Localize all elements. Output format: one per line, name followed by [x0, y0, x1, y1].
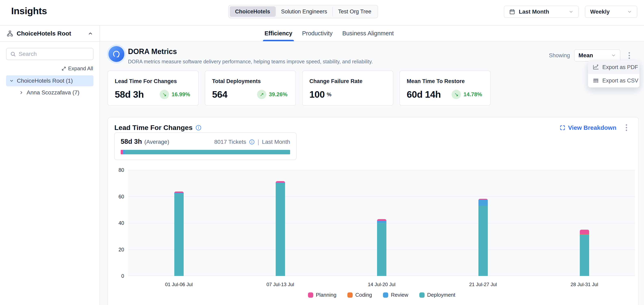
granularity-dropdown[interactable]: Weekly [585, 6, 637, 18]
bar-01-jul-06-jul[interactable] [174, 192, 184, 276]
org-tab-solution-engineers[interactable]: Solution Engineers [276, 6, 332, 17]
expand-all-label: Expand All [68, 65, 93, 72]
table-icon [592, 77, 599, 84]
legend-label: Review [391, 292, 408, 298]
metric-card-value: 60d 14h [407, 89, 441, 100]
sidebar-header[interactable]: ChoiceHotels Root [0, 25, 100, 42]
bar-segment-review [377, 221, 386, 223]
x-axis-tick-label: 01 Jul-06 Jul [146, 282, 212, 287]
trend-down-arrow-icon: ↘ [452, 90, 461, 99]
legend-swatch [308, 293, 313, 298]
summary-period: Last Month [262, 139, 290, 145]
org-hierarchy-icon [6, 30, 14, 37]
info-icon[interactable] [249, 139, 255, 145]
page-title: Insights [11, 5, 47, 16]
info-icon[interactable] [196, 125, 202, 131]
menu-item-export-as-csv[interactable]: Export as CSV [588, 74, 639, 87]
scan-expand-icon [560, 125, 566, 131]
metric-card-title: Mean Time To Restore [407, 78, 483, 84]
aggregation-value: Mean [578, 52, 593, 59]
legend-swatch [419, 293, 424, 298]
metric-card-title: Total Deployments [212, 78, 289, 84]
trend-down-arrow-icon: ↘ [160, 90, 169, 99]
org-tab-test-org-tree[interactable]: Test Org Tree [332, 6, 377, 17]
tree-node-choicehotels-root-1-[interactable]: ChoiceHotels Root (1) [6, 75, 94, 86]
bar-segment-review [478, 200, 488, 206]
legend-item-deployment[interactable]: Deployment [419, 292, 456, 298]
legend-label: Deployment [427, 292, 456, 298]
top-bar: Insights ChoiceHotelsSolution EngineersT… [0, 0, 644, 25]
granularity-value: Weekly [590, 8, 610, 15]
trend-percentage: 39.26% [269, 91, 288, 98]
menu-item-label: Export as PDF [602, 64, 638, 70]
trend-badge: ↘16.99% [160, 90, 191, 99]
y-axis-tick-label: 80 [108, 167, 124, 173]
chevron-down-icon [569, 9, 574, 14]
y-axis-tick-label: 40 [108, 220, 124, 226]
dora-kebab-menu-button[interactable] [627, 50, 632, 60]
bar-segment-deployment [276, 183, 285, 276]
chevron-up-icon[interactable] [88, 31, 93, 36]
bar-07-jul-13-jul[interactable] [276, 181, 285, 276]
search-input[interactable] [19, 51, 90, 57]
tree-node-anna-scozzafava-7-[interactable]: Anna Scozzafava (7) [6, 87, 94, 98]
legend-label: Coding [355, 292, 372, 298]
bar-28-jul-31-jul[interactable] [580, 230, 589, 276]
view-tabs: EfficiencyProductivityBusiness Alignment [100, 25, 644, 41]
chevron-down-icon[interactable] [9, 79, 14, 83]
average-qualifier: (Average) [144, 139, 169, 145]
sidebar-title: ChoiceHotels Root [17, 30, 84, 37]
legend-item-coding[interactable]: Coding [348, 292, 372, 298]
metric-card-title: Change Failure Rate [310, 78, 386, 84]
legend-item-review[interactable]: Review [383, 292, 408, 298]
tree-node-label: ChoiceHotels Root (1) [17, 78, 73, 84]
trend-percentage: 16.99% [172, 91, 190, 98]
bar-14-jul-20-jul[interactable] [377, 219, 386, 276]
bar-segment-planning [377, 219, 386, 221]
tab-business-alignment[interactable]: Business Alignment [342, 25, 394, 41]
dora-title: DORA Metrics [128, 47, 373, 56]
trend-up-arrow-icon: ↗ [257, 90, 266, 99]
legend-swatch [383, 293, 388, 298]
date-range-dropdown[interactable]: Last Month [504, 6, 579, 18]
tab-efficiency[interactable]: Efficiency [264, 25, 292, 41]
org-tab-choicehotels[interactable]: ChoiceHotels [230, 6, 276, 17]
sidebar-search[interactable] [6, 48, 94, 60]
lead-time-chart: 02040608001 Jul-06 Jul07 Jul-13 Jul14 Ju… [128, 170, 635, 276]
metric-cards-row: Lead Time For Changes58d 3h↘16.99%Total … [108, 70, 490, 106]
metric-card-value-row: 100% [310, 89, 386, 100]
expand-all-control[interactable]: Expand All [0, 60, 100, 74]
dora-header: DORA Metrics DORA metrics measure softwa… [128, 47, 373, 65]
menu-item-label: Export as CSV [602, 78, 638, 84]
expand-all-icon [61, 66, 66, 71]
metric-card-lead-time-for-changes: Lead Time For Changes58d 3h↘16.99% [108, 70, 199, 106]
metric-card-value-row: 60d 14h↘14.78% [407, 89, 483, 100]
top-right-controls: Last Month Weekly [504, 6, 637, 18]
legend-swatch [348, 293, 353, 298]
chevron-right-icon[interactable] [19, 90, 24, 95]
date-range-value: Last Month [519, 8, 549, 15]
bar-segment-deployment [580, 235, 589, 276]
metric-card-mean-time-to-restore: Mean Time To Restore60d 14h↘14.78% [400, 70, 490, 106]
aggregation-dropdown[interactable]: Mean [574, 49, 620, 61]
metric-card-value: 58d 3h [115, 89, 144, 100]
metric-card-title: Lead Time For Changes [115, 78, 191, 84]
x-axis-tick-label: 28 Jul-31 Jul [552, 282, 617, 287]
trend-badge: ↗39.26% [257, 90, 289, 99]
menu-item-export-as-pdf[interactable]: Export as PDF [588, 60, 639, 74]
section-kebab-menu-button[interactable] [624, 123, 629, 133]
metric-card-total-deployments: Total Deployments564↗39.26% [205, 70, 296, 106]
bar-21-jul-27-jul[interactable] [478, 199, 488, 276]
bar-segment-deployment [174, 194, 184, 276]
y-axis-tick-label: 0 [108, 273, 124, 279]
view-breakdown-button[interactable]: View Breakdown [560, 124, 616, 131]
phase-distribution-bar [121, 150, 290, 154]
metric-card-value-row: 564↗39.26% [212, 89, 289, 100]
insights-app: Insights ChoiceHotelsSolution EngineersT… [0, 0, 644, 305]
metric-card-value-row: 58d 3h↘16.99% [115, 89, 191, 100]
section-header: Lead Time For Changes View Breakdown [108, 117, 638, 133]
tab-productivity[interactable]: Productivity [302, 25, 332, 41]
trend-badge: ↘14.78% [452, 90, 483, 99]
calendar-icon [509, 9, 515, 15]
legend-item-planning[interactable]: Planning [308, 292, 336, 298]
